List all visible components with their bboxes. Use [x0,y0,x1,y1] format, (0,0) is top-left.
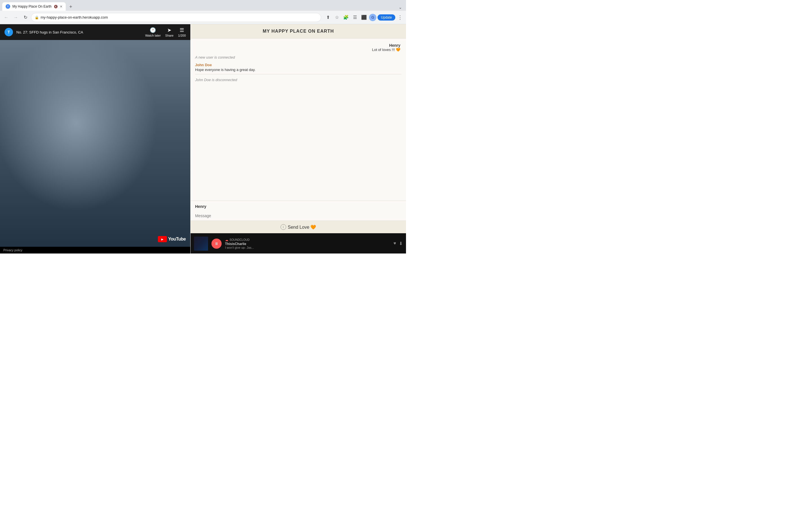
extensions-icon[interactable]: 🧩 [342,13,350,21]
youtube-logo: YouTube [158,236,186,242]
video-toolbar: T No. 27: SFFD hugs in San Francisco, CA… [0,24,190,40]
soundcloud-thumbnail [194,237,208,251]
info-icon: i [281,224,286,230]
current-user-name: Henry [195,204,402,209]
youtube-icon [158,236,167,242]
john-doe-message: John Doe Hope everyone is having a great… [195,63,402,74]
profile-avatar[interactable]: G [369,14,376,21]
chat-section: MY HAPPY PLACE ON EARTH Henry Lot of lov… [190,24,406,253]
system-disconnected-message: John Doe is disconnected [195,78,402,82]
chat-header-title: MY HAPPY PLACE ON EARTH [195,29,402,34]
watch-later-icon: 🕐 [150,27,156,33]
chat-header: MY HAPPY PLACE ON EARTH [191,24,406,39]
video-title: No. 27: SFFD hugs in San Francisco, CA [16,30,142,34]
tab-bar: T My Happy Place On Earth 🔇 × + ⌄ [0,0,406,11]
forward-button[interactable]: → [12,13,20,21]
henry-text: Lot of loves !!! 🧡 [195,48,400,52]
send-love-label: Send Love 🧡 [288,224,316,230]
tab-close-icon[interactable]: × [60,4,62,9]
queue-icon-video: ☰ [180,27,184,33]
address-bar: ← → ↻ 🔒 my-happy-place-on-earth.herokuap… [0,11,406,24]
new-tab-button[interactable]: + [67,3,75,11]
browser-menu-icon[interactable]: ⋮ [396,13,404,22]
privacy-policy-link[interactable]: Privacy policy [3,248,22,252]
reload-button[interactable]: ↻ [21,13,29,21]
soundcloud-track: I won't give up- Jas... [225,246,390,249]
url-text: my-happy-place-on-earth.herokuapp.com [41,15,317,19]
active-tab[interactable]: T My Happy Place On Earth 🔇 × [2,2,66,11]
channel-avatar: T [4,28,13,36]
bookmark-icon[interactable]: ☆ [333,13,341,21]
toolbar-icons: ⬆ ☆ 🧩 ☰ ⬛ G Update ⋮ [324,13,404,22]
soundcloud-download-icon[interactable]: ⬇ [399,241,403,246]
soundcloud-player: ⏸ ☁ SOUNDCLOUD ThisisCharlie I won't giv… [191,233,406,253]
soundcloud-logo-text: SOUNDCLOUD [230,238,250,241]
message-input[interactable] [195,214,402,218]
share-icon-video: ➤ [167,27,171,33]
message-input-area [191,211,406,221]
content-area: T No. 27: SFFD hugs in San Francisco, CA… [0,24,406,253]
video-thumbnail [0,40,190,247]
soundcloud-info: ☁ SOUNDCLOUD ThisisCharlie I won't give … [225,238,390,249]
soundcloud-actions: ♥ ⬇ [394,241,403,246]
watch-later-button[interactable]: 🕐 Watch later [145,27,161,37]
sidebar-icon[interactable]: ⬛ [360,13,368,21]
queue-icon[interactable]: ☰ [351,13,359,21]
video-player[interactable]: YouTube [0,40,190,247]
video-section: T No. 27: SFFD hugs in San Francisco, CA… [0,24,190,253]
john-doe-text: Hope everyone is having a great day. [195,68,402,74]
henry-message: Henry Lot of loves !!! 🧡 [195,43,402,52]
john-doe-name: John Doe [195,63,402,67]
tab-mute-icon[interactable]: 🔇 [54,5,58,8]
soundcloud-love-icon[interactable]: ♥ [394,241,396,246]
tab-bar-right: ⌄ [397,4,404,11]
video-background [0,40,190,247]
chat-messages: Henry Lot of loves !!! 🧡 A new user is c… [191,39,406,201]
back-button[interactable]: ← [2,13,10,21]
browser-frame: T My Happy Place On Earth 🔇 × + ⌄ ← → ↻ … [0,0,406,253]
watch-later-label: Watch later [145,34,161,37]
queue-button[interactable]: ☰ 1/200 [178,27,186,37]
current-user-section: Henry [191,201,406,211]
omnibox[interactable]: 🔒 my-happy-place-on-earth.herokuapp.com [31,13,321,22]
tab-title: My Happy Place On Earth [12,4,52,8]
update-button[interactable]: Update [377,14,395,20]
tab-favicon: T [6,4,10,9]
share-icon[interactable]: ⬆ [324,13,332,21]
system-connected-message: A new user is connected [195,55,402,59]
soundcloud-artist: ThisisCharlie [225,242,390,246]
lock-icon: 🔒 [35,15,39,19]
youtube-label: YouTube [168,237,186,242]
share-label: Share [165,34,173,37]
privacy-bar: Privacy policy [0,247,190,253]
video-toolbar-actions: 🕐 Watch later ➤ Share ☰ 1/200 [145,27,186,37]
henry-name: Henry [195,43,400,48]
tab-bar-menu-icon[interactable]: ⌄ [397,4,404,11]
youtube-watermark: YouTube [158,236,186,242]
soundcloud-play-button[interactable]: ⏸ [211,238,221,249]
queue-label: 1/200 [178,34,186,37]
share-button[interactable]: ➤ Share [165,27,173,37]
soundcloud-logo: ☁ SOUNDCLOUD [225,238,390,242]
soundcloud-cloud-icon: ☁ [225,238,229,242]
send-love-button[interactable]: i Send Love 🧡 [191,221,406,233]
